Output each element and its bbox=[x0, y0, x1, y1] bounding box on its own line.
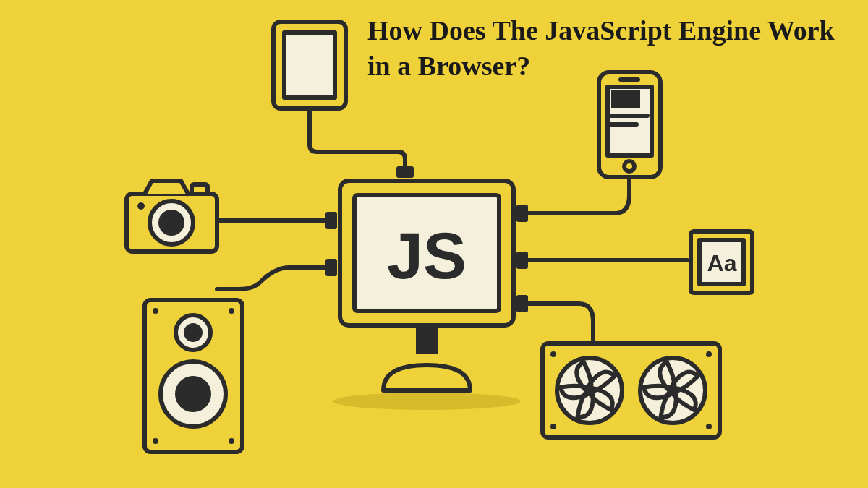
monitor-icon: JS bbox=[340, 181, 514, 390]
port-right-lower bbox=[516, 295, 528, 312]
cable-speaker bbox=[217, 267, 333, 289]
svg-point-23 bbox=[177, 378, 209, 410]
svg-point-30 bbox=[584, 385, 595, 396]
svg-point-33 bbox=[550, 351, 556, 357]
camera-icon bbox=[127, 181, 217, 252]
svg-rect-2 bbox=[416, 325, 438, 354]
port-right-middle bbox=[516, 252, 528, 269]
page-title: How Does The JavaScript Engine Work in a… bbox=[367, 13, 854, 85]
port-left-upper bbox=[326, 212, 337, 229]
svg-point-27 bbox=[229, 438, 234, 444]
cable-phone bbox=[521, 177, 629, 213]
svg-point-35 bbox=[550, 424, 556, 429]
svg-rect-4 bbox=[284, 33, 335, 98]
tablet-icon bbox=[273, 22, 346, 108]
svg-point-25 bbox=[229, 308, 234, 314]
font-label: Aa bbox=[707, 250, 737, 276]
svg-point-9 bbox=[137, 202, 145, 210]
port-top bbox=[396, 166, 414, 178]
svg-point-21 bbox=[186, 325, 200, 340]
svg-point-32 bbox=[667, 385, 678, 396]
cable-fans bbox=[521, 304, 593, 340]
font-icon: Aa bbox=[691, 231, 752, 293]
cooling-fans-icon bbox=[542, 343, 720, 437]
port-left-lower bbox=[326, 259, 337, 276]
svg-point-36 bbox=[706, 424, 712, 429]
speaker-icon bbox=[145, 300, 242, 452]
svg-point-24 bbox=[153, 308, 158, 314]
svg-rect-12 bbox=[611, 90, 640, 108]
svg-point-34 bbox=[706, 351, 712, 357]
svg-point-26 bbox=[153, 438, 158, 444]
monitor-shadow bbox=[333, 393, 521, 410]
smartphone-icon bbox=[599, 72, 660, 177]
svg-rect-6 bbox=[192, 184, 208, 194]
svg-point-8 bbox=[161, 212, 182, 234]
port-right-upper bbox=[516, 205, 528, 222]
cable-tablet bbox=[310, 112, 405, 174]
monitor-label: JS bbox=[387, 220, 467, 292]
